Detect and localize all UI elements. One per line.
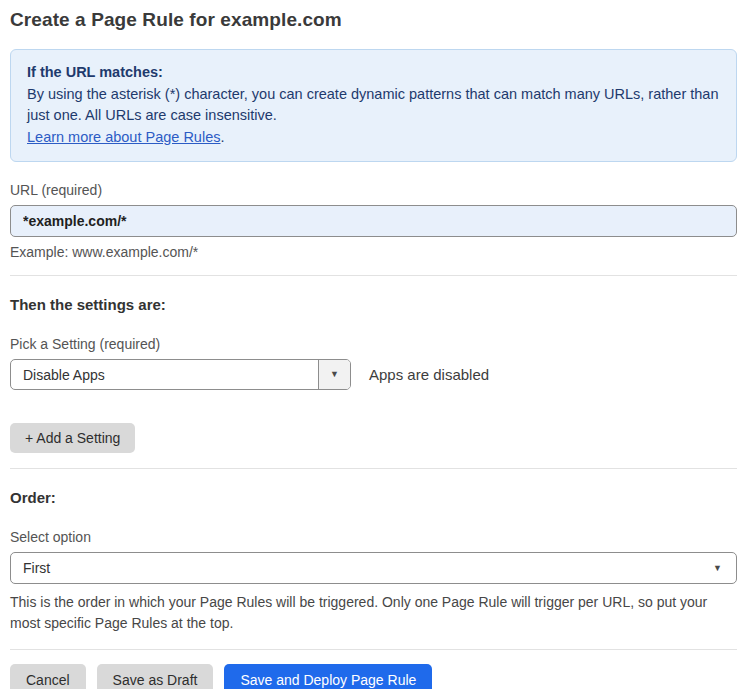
- link-suffix: .: [220, 129, 224, 145]
- url-field-label: URL (required): [10, 182, 737, 198]
- order-select-label: Select option: [10, 529, 737, 545]
- url-match-info-box: If the URL matches: By using the asteris…: [10, 49, 737, 162]
- page-title: Create a Page Rule for example.com: [10, 9, 737, 31]
- order-section-heading: Order:: [10, 489, 737, 506]
- info-box-link-line: Learn more about Page Rules.: [27, 127, 720, 149]
- section-divider: [10, 468, 737, 469]
- section-divider: [10, 275, 737, 276]
- setting-picker-label: Pick a Setting (required): [10, 336, 737, 352]
- save-as-draft-button[interactable]: Save as Draft: [97, 664, 214, 689]
- setting-dropdown-value: Disable Apps: [11, 360, 318, 389]
- add-setting-button[interactable]: + Add a Setting: [10, 423, 135, 453]
- url-example-hint: Example: www.example.com/*: [10, 244, 737, 260]
- order-select-value: First: [23, 560, 50, 576]
- order-help-text: This is the order in which your Page Rul…: [10, 592, 732, 634]
- setting-dropdown[interactable]: Disable Apps ▼: [10, 359, 351, 390]
- save-and-deploy-button[interactable]: Save and Deploy Page Rule: [224, 664, 432, 689]
- cancel-button[interactable]: Cancel: [10, 664, 86, 689]
- order-select[interactable]: First ▼: [10, 552, 737, 584]
- settings-section-heading: Then the settings are:: [10, 296, 737, 313]
- url-input[interactable]: [10, 205, 737, 237]
- footer-actions: Cancel Save as Draft Save and Deploy Pag…: [10, 664, 737, 689]
- setting-status-text: Apps are disabled: [369, 366, 489, 383]
- chevron-down-icon: ▼: [330, 370, 339, 379]
- learn-more-link[interactable]: Learn more about Page Rules: [27, 129, 220, 145]
- setting-dropdown-open-button[interactable]: ▼: [318, 360, 350, 389]
- setting-picker-row: Disable Apps ▼ Apps are disabled: [10, 359, 737, 390]
- create-page-rule-panel: Create a Page Rule for example.com If th…: [0, 0, 750, 689]
- chevron-down-icon: ▼: [713, 564, 722, 573]
- footer-divider: [10, 649, 737, 650]
- info-box-body: By using the asterisk (*) character, you…: [27, 84, 720, 127]
- info-box-heading: If the URL matches:: [27, 62, 720, 84]
